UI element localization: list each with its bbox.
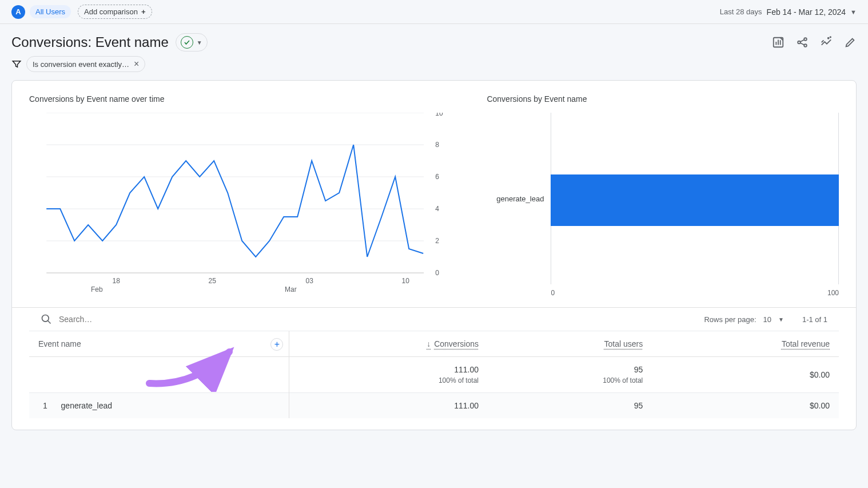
data-table: Event name + ↓Conversions Total users To… [29,331,839,418]
svg-text:03: 03 [306,277,314,284]
svg-point-2 [804,38,807,41]
svg-text:18: 18 [113,277,121,284]
bar-axis-min: 0 [551,289,555,297]
report-card: Conversions by Event name over time 10 8… [11,80,857,430]
total-conversions: 111.00 [454,365,479,374]
bar-axis-max: 100 [827,289,839,297]
total-revenue: $0.00 [810,370,830,379]
svg-text:6: 6 [435,173,439,181]
col-total-users[interactable]: Total users [488,331,652,357]
edit-icon[interactable] [844,36,857,49]
bar-fill [551,174,839,226]
row-users: 95 [488,393,652,419]
svg-text:25: 25 [209,277,217,284]
svg-text:4: 4 [435,205,439,213]
svg-point-22 [42,315,49,322]
customize-report-icon[interactable] [772,36,785,49]
line-chart-title: Conversions by Event name over time [29,94,464,104]
page-title: Conversions: Event name [11,34,169,50]
share-icon[interactable] [796,36,809,49]
total-users-sub: 100% of total [497,376,643,384]
svg-text:10: 10 [402,277,410,284]
row-event: generate_lead [61,401,113,410]
filter-icon[interactable] [11,59,22,69]
x-axis-month-mar: Mar [285,285,297,293]
filter-chip-label: Is conversion event exactly… [33,60,129,69]
insights-icon[interactable] [820,36,833,49]
x-axis-month-feb: Feb [91,285,103,293]
svg-text:10: 10 [435,113,443,117]
row-index: 1 [38,401,52,410]
add-comparison-label: Add comparison [84,7,138,16]
date-context-label: Last 28 days [720,7,762,16]
table-row[interactable]: 1 generate_lead 111.00 95 $0.00 [29,393,839,419]
col-conversions[interactable]: ↓Conversions [289,331,488,357]
bar-chart-title: Conversions by Event name [487,94,839,104]
svg-text:0: 0 [435,269,439,277]
close-icon[interactable]: × [134,59,139,69]
search-icon[interactable] [41,314,52,325]
line-chart[interactable]: 10 8 6 4 2 0 18 25 03 10 Feb Mar [29,113,464,284]
svg-line-23 [48,321,51,324]
col-event-name[interactable]: Event name [38,339,81,348]
total-conversions-sub: 100% of total [298,376,479,384]
add-comparison-button[interactable]: Add comparison + [78,5,152,19]
svg-text:2: 2 [435,237,439,245]
svg-point-4 [828,38,829,39]
search-input[interactable] [59,315,697,324]
filter-chip[interactable]: Is conversion event exactly… × [26,56,145,72]
title-status-dropdown[interactable]: ▼ [176,33,208,51]
svg-point-5 [830,37,831,37]
row-revenue: $0.00 [652,393,839,419]
bar-category-label: generate_lead [487,195,544,203]
date-range-picker[interactable]: Feb 14 - Mar 12, 2024 [767,7,846,17]
pagination-info: 1-1 of 1 [802,315,827,324]
add-dimension-button[interactable]: + [270,338,283,351]
rows-per-page-label: Rows per page: [704,315,756,324]
col-total-revenue[interactable]: Total revenue [652,331,839,357]
plus-icon: + [141,7,146,16]
total-users: 95 [634,365,643,374]
segment-all-users[interactable]: All Users [30,5,71,18]
chevron-down-icon[interactable]: ▼ [778,316,784,323]
svg-point-1 [798,41,801,44]
svg-point-3 [804,44,807,47]
check-circle-icon [181,36,193,49]
chevron-down-icon[interactable]: ▼ [850,9,857,15]
svg-text:8: 8 [435,141,439,149]
totals-row: 111.00100% of total 95100% of total $0.0… [29,357,839,393]
bar-chart[interactable]: generate_lead 0 100 [487,113,839,284]
row-conversions: 111.00 [289,393,488,419]
rows-per-page-value[interactable]: 10 [763,315,771,324]
chevron-down-icon: ▼ [197,39,202,46]
segment-badge: A [11,5,25,19]
